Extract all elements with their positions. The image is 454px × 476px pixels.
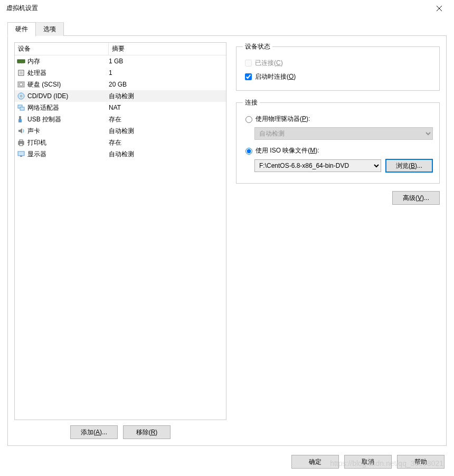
device-summary: 20 GB [109,81,226,88]
connected-checkbox [245,60,252,66]
iso-file-label: 使用 ISO 映像文件(M): [256,146,319,155]
device-row-disk[interactable]: 硬盘 (SCSI) 20 GB [15,79,226,90]
svg-point-8 [20,83,23,86]
window-title: 虚拟机设置 [6,4,38,13]
svg-rect-19 [20,156,22,157]
svg-rect-18 [18,151,24,156]
device-row-sound[interactable]: 声卡 自动检测 [15,125,226,137]
printer-icon [17,138,25,147]
svg-rect-3 [21,63,22,64]
device-label: CD/DVD (IDE) [27,92,68,100]
tab-hardware[interactable]: 硬件 [7,22,36,36]
device-label: 处理器 [27,69,46,78]
cpu-icon [17,69,25,77]
device-row-memory[interactable]: 内存 1 GB [15,55,226,67]
connection-legend: 连接 [243,98,260,107]
physical-drive-row[interactable]: 使用物理驱动器(P): [243,112,433,125]
cd-icon [17,92,25,100]
network-icon [17,103,25,112]
device-label: 声卡 [27,127,40,136]
svg-rect-4 [23,63,23,64]
iso-file-row[interactable]: 使用 ISO 映像文件(M): [243,144,433,157]
hardware-panel: 设备 摘要 内存 1 GB 处理器 1 硬盘 (SCSI) 20 GB [7,35,447,446]
device-label: 硬盘 (SCSI) [27,80,61,89]
iso-path-select[interactable]: F:\CentOS-6.8-x86_64-bin-DVD [254,159,381,172]
device-summary: 存在 [109,138,226,147]
device-label: 显示器 [27,150,46,159]
connected-checkbox-row: 已连接(C) [243,56,433,69]
remove-button[interactable]: 移除(R) [123,425,171,439]
sound-icon [17,127,25,135]
svg-rect-16 [20,140,23,141]
device-summary: 1 GB [109,58,226,65]
device-summary: 自动检测 [109,92,226,101]
connected-label: 已连接(C) [255,59,283,68]
device-row-cpu[interactable]: 处理器 1 [15,67,226,79]
cancel-button[interactable]: 取消 [344,455,392,469]
device-list: 设备 摘要 内存 1 GB 处理器 1 硬盘 (SCSI) 20 GB [14,42,226,420]
svg-rect-6 [20,71,23,74]
memory-icon [17,57,25,65]
device-label: 内存 [27,57,40,66]
svg-rect-13 [19,116,21,119]
device-summary: 自动检测 [109,150,226,159]
physical-drive-radio[interactable] [245,116,252,123]
device-summary: NAT [109,104,226,111]
iso-file-radio[interactable] [245,148,252,155]
svg-rect-17 [20,144,23,146]
display-icon [17,150,25,158]
ok-button[interactable]: 确定 [291,455,339,469]
svg-point-10 [21,96,22,97]
device-label: 网络适配器 [27,103,59,112]
device-state-legend: 设备状态 [243,42,272,51]
device-label: 打印机 [27,138,46,147]
advanced-button[interactable]: 高级(V)... [392,191,440,205]
add-button[interactable]: 添加(A)... [70,425,118,439]
svg-rect-14 [18,119,22,122]
physical-drive-select: 自动检测 [254,127,433,140]
close-button[interactable] [429,1,450,16]
device-row-usb[interactable]: USB 控制器 存在 [15,113,226,125]
device-row-display[interactable]: 显示器 自动检测 [15,148,226,160]
device-row-network[interactable]: 网络适配器 NAT [15,102,226,113]
device-list-header: 设备 摘要 [15,43,226,55]
svg-rect-1 [18,63,18,64]
device-row-cddvd[interactable]: CD/DVD (IDE) 自动检测 [15,90,226,102]
browse-button[interactable]: 浏览(B)... [385,159,433,173]
connection-group: 连接 使用物理驱动器(P): 自动检测 使用 ISO 映像文件(M): [236,98,440,184]
disk-icon [17,80,25,89]
tab-bar: 硬件 选项 [7,22,447,36]
help-button[interactable]: 帮助 [397,455,444,469]
close-icon [437,6,442,11]
svg-rect-0 [17,60,25,63]
svg-rect-12 [20,107,24,110]
connect-on-power-row[interactable]: 启动时连接(O) [243,70,433,83]
device-summary: 存在 [109,115,226,124]
usb-icon [17,115,25,123]
connect-on-power-label: 启动时连接(O) [255,72,296,81]
device-row-printer[interactable]: 打印机 存在 [15,137,226,148]
header-device[interactable]: 设备 [15,43,109,55]
svg-rect-2 [20,63,20,64]
device-label: USB 控制器 [27,115,61,124]
header-summary[interactable]: 摘要 [109,43,226,55]
physical-drive-label: 使用物理驱动器(P): [256,115,310,123]
tab-options[interactable]: 选项 [35,22,64,36]
device-state-group: 设备状态 已连接(C) 启动时连接(O) [236,42,440,91]
device-summary: 1 [109,69,226,77]
device-summary: 自动检测 [109,127,226,136]
connect-on-power-checkbox[interactable] [245,73,252,80]
